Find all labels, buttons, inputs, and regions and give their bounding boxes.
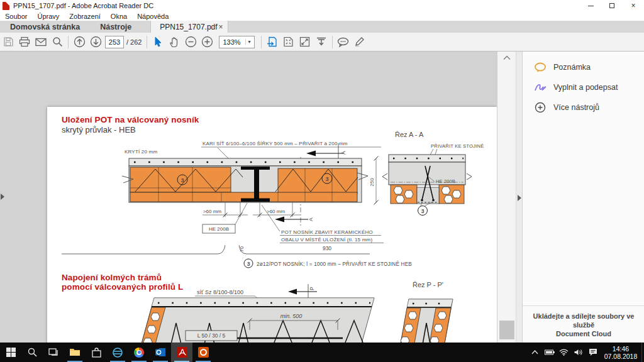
label-kryti: KRYTÍ 20 mm <box>125 149 157 155</box>
fit-width-button[interactable] <box>264 34 280 50</box>
menu-soubor[interactable]: Soubor <box>0 13 32 20</box>
label-sit: síť Sz 8/100-8/100 <box>197 289 243 295</box>
email-icon <box>35 38 47 47</box>
hand-icon <box>169 36 179 48</box>
fit-page-button[interactable] <box>280 34 297 50</box>
taskbar-search-button[interactable] <box>21 343 43 362</box>
zoom-level-value: 133% <box>223 38 240 46</box>
chrome-icon <box>134 348 144 358</box>
sidebar-item-more-tools[interactable]: Více nástrojů <box>534 101 599 114</box>
volume-icon[interactable] <box>572 343 584 362</box>
scroll-up-icon[interactable] <box>503 55 511 60</box>
chevron-down-icon: ▾ <box>245 39 251 45</box>
maximize-icon <box>609 3 614 8</box>
zoom-in-icon <box>201 36 213 48</box>
dim-60-right: >60 mm <box>267 209 285 214</box>
right-panel-handle[interactable] <box>516 52 522 343</box>
zoom-out-button[interactable] <box>182 34 199 50</box>
app-icon-o-button[interactable] <box>192 343 214 362</box>
label-pot-line1: POT NOSNÍK ZBAVIT KERAMICKÉHO <box>281 229 373 235</box>
acrobat-taskbar-button[interactable] <box>171 343 192 362</box>
menu-okna[interactable]: Okna <box>106 13 132 20</box>
save-button[interactable] <box>0 34 16 50</box>
marker-3-right: 3 <box>325 176 328 182</box>
email-button[interactable] <box>33 34 49 50</box>
search-icon <box>52 36 63 47</box>
section1-subtitle: skrytý průvlak - HEB <box>62 125 136 134</box>
zoom-level-dropdown[interactable]: 133% ▾ <box>219 36 254 48</box>
start-button[interactable] <box>0 343 21 362</box>
tab-home[interactable]: Domovská stránka <box>0 21 90 33</box>
battery-icon[interactable] <box>543 343 555 362</box>
scroll-mode-button[interactable] <box>313 34 330 50</box>
tab-bar: Domovská stránka Nástroje PPN15_1707.pdf… <box>0 21 644 33</box>
label-he200b-box: HE 200B <box>209 226 229 232</box>
rez-aa-title: Řez A - A <box>395 131 424 138</box>
fit-width-icon <box>267 36 278 47</box>
pencil-icon <box>354 36 365 47</box>
menu-napoveda[interactable]: Nápověda <box>132 13 174 20</box>
close-button[interactable]: × <box>623 0 644 11</box>
hand-tool-button[interactable] <box>166 34 182 50</box>
sidebar-item-fill-sign[interactable]: Vyplnit a podepsat <box>534 80 618 94</box>
drawing-rez-aa: Řez A - A PŘIVAŘIT KE STOJINĚ <box>380 127 487 221</box>
acrobat-app-icon <box>3 2 9 10</box>
vertical-scrollbar[interactable] <box>497 52 516 343</box>
dim-60-left: >60 mm <box>203 209 221 214</box>
toolbar: / 262 133% ▾ <box>0 33 644 52</box>
scrollbar-thumb[interactable] <box>499 321 514 339</box>
comment-tool-button[interactable] <box>335 34 352 50</box>
section1-title: Uložení POT na válcovaný nosník <box>62 115 199 124</box>
tab-document[interactable]: PPN15_1707.pdf × <box>150 21 228 33</box>
select-tool-button[interactable] <box>150 34 166 50</box>
maximize-button[interactable] <box>601 0 623 11</box>
document-viewport[interactable]: Uložení POT na válcovaný nosník skrytý p… <box>0 52 497 343</box>
tab-close-icon[interactable]: × <box>218 23 225 31</box>
tab-tools[interactable]: Nástroje <box>90 21 142 33</box>
system-tray: 14:46 07.08.2018 <box>528 343 644 362</box>
draw-tool-button[interactable] <box>352 34 368 50</box>
sidebar-item-comment[interactable]: Poznámka <box>534 60 591 74</box>
print-button[interactable] <box>16 34 33 50</box>
search-button[interactable] <box>49 34 65 50</box>
taskbar-clock[interactable]: 14:46 07.08.2018 <box>604 345 638 360</box>
outlook-button[interactable] <box>150 343 171 362</box>
dim-250: 250 <box>369 178 375 187</box>
show-left-panel-arrow[interactable] <box>1 194 4 200</box>
internet-explorer-button[interactable] <box>107 343 128 362</box>
show-desktop-button[interactable] <box>641 343 644 362</box>
page-up-icon <box>74 36 86 48</box>
menu-upravy[interactable]: Úpravy <box>32 13 64 20</box>
notification-icon[interactable] <box>587 343 599 362</box>
rez-aa-marker-3: 3 <box>421 208 425 214</box>
wifi-icon[interactable] <box>558 343 570 362</box>
menu-bar: Soubor Úpravy Zobrazení Okna Nápověda <box>0 11 644 21</box>
previous-page-button[interactable] <box>71 34 87 50</box>
menu-zobrazeni[interactable]: Zobrazení <box>64 13 106 20</box>
zoom-in-button[interactable] <box>199 34 215 50</box>
dim-70: 70 <box>239 246 245 252</box>
select-cursor-icon <box>153 36 162 47</box>
section-mark-a-bottom: A <box>308 217 314 221</box>
file-explorer-button[interactable] <box>64 343 86 362</box>
window-title: PPN15_1707.pdf - Adobe Acrobat Reader DC <box>13 2 153 9</box>
clock-time: 14:46 <box>604 345 638 353</box>
note-text: 2ø12/POT NOSNÍK; l = 1000 mm – PŘIVAŘIT … <box>257 261 412 267</box>
marker-3-left: 3 <box>180 177 184 184</box>
dim-930: 930 <box>323 245 331 251</box>
tray-chevron-up-icon[interactable] <box>529 343 541 362</box>
outlook-icon <box>155 348 166 357</box>
zoom-out-icon <box>185 36 197 48</box>
acrobat-icon <box>177 347 187 358</box>
expand-panel-arrow[interactable] <box>518 195 521 201</box>
rez-pp-title: Řez P - P' <box>413 281 443 288</box>
sidebar-item-more-tools-label: Více nástrojů <box>553 103 599 112</box>
minimize-button[interactable] <box>580 0 601 11</box>
fill-sign-icon <box>534 81 547 94</box>
store-button[interactable] <box>86 343 107 362</box>
task-view-button[interactable] <box>43 343 64 362</box>
page-number-input[interactable] <box>105 36 124 48</box>
next-page-button[interactable] <box>87 34 104 50</box>
chrome-button[interactable] <box>128 343 150 362</box>
fullscreen-button[interactable] <box>297 34 313 50</box>
